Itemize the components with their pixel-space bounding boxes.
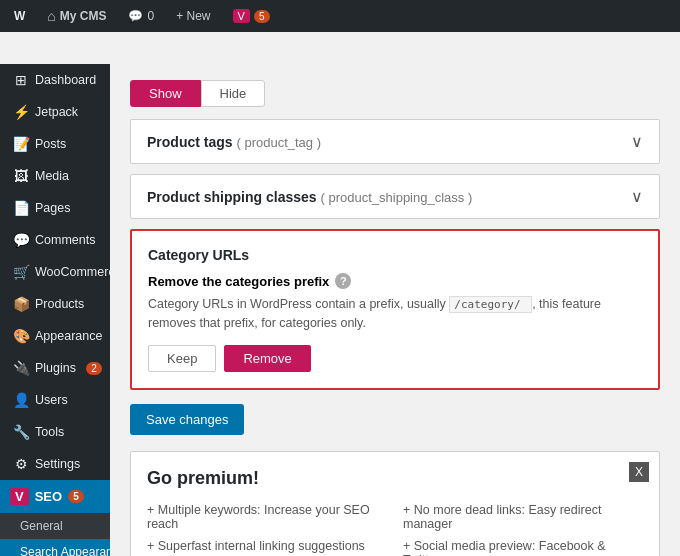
main-content: Show Hide Product tags ( product_tag ) ∨… <box>110 64 680 556</box>
hide-button[interactable]: Hide <box>201 80 266 107</box>
plugins-icon: 🔌 <box>13 360 29 376</box>
category-urls-title: Category URLs <box>148 247 642 263</box>
seo-header[interactable]: V SEO 5 <box>0 480 110 513</box>
comment-count-item[interactable]: 💬 0 <box>122 0 160 32</box>
appearance-icon: 🎨 <box>13 328 29 344</box>
comments-icon: 💬 <box>13 232 29 248</box>
sidebar-label-dashboard: Dashboard <box>35 73 96 87</box>
site-name: My CMS <box>60 9 107 23</box>
sidebar-item-pages[interactable]: 📄 Pages <box>0 192 110 224</box>
admin-bar: W ⌂ My CMS 💬 0 + New V 5 <box>0 0 680 32</box>
site-name-item[interactable]: ⌂ My CMS <box>41 0 112 32</box>
product-shipping-chevron: ∨ <box>631 187 643 206</box>
premium-box: Go premium! X Multiple keywords: Increas… <box>130 451 660 557</box>
category-description: Category URLs in WordPress contain a pre… <box>148 295 642 333</box>
product-tags-subtitle: ( product_tag ) <box>236 135 321 150</box>
premium-feature-5: Social media preview: Facebook & Twitter <box>403 537 643 557</box>
category-code: /category/ <box>449 296 532 313</box>
tools-icon: 🔧 <box>13 424 29 440</box>
premium-feature-2: Superfast internal linking suggestions <box>147 537 387 557</box>
seo-badge: 5 <box>68 490 84 503</box>
seo-logo: V <box>10 488 29 505</box>
sidebar-item-seo-search-appearance[interactable]: Search Appearance <box>0 539 110 556</box>
pages-icon: 📄 <box>13 200 29 216</box>
sidebar-label-tools: Tools <box>35 425 64 439</box>
premium-feature-4: No more dead links: Easy redirect manage… <box>403 501 643 533</box>
category-urls-box: Category URLs Remove the categories pref… <box>130 229 660 390</box>
sidebar-item-plugins[interactable]: 🔌 Plugins 2 <box>0 352 110 384</box>
premium-title: Go premium! <box>147 468 643 489</box>
wp-logo[interactable]: W <box>8 0 31 32</box>
sidebar-item-settings[interactable]: ⚙ Settings <box>0 448 110 480</box>
product-tags-header[interactable]: Product tags ( product_tag ) ∨ <box>131 120 659 163</box>
product-tags-accordion: Product tags ( product_tag ) ∨ <box>130 119 660 164</box>
plugin-badge-item[interactable]: V 5 <box>227 0 276 32</box>
premium-features-list: Multiple keywords: Increase your SEO rea… <box>147 501 643 557</box>
sidebar-label-settings: Settings <box>35 457 80 471</box>
seo-label: SEO <box>35 489 62 504</box>
sidebar-label-comments: Comments <box>35 233 95 247</box>
field-label-text: Remove the categories prefix <box>148 274 329 289</box>
sidebar-item-jetpack[interactable]: ⚡ Jetpack <box>0 96 110 128</box>
new-label: + New <box>176 9 210 23</box>
sidebar-label-plugins: Plugins <box>35 361 76 375</box>
dashboard-icon: ⊞ <box>13 72 29 88</box>
sidebar-label-jetpack: Jetpack <box>35 105 78 119</box>
sidebar: ⊞ Dashboard ⚡ Jetpack 📝 Posts 🖼 Media 📄 … <box>0 64 110 556</box>
product-tags-chevron: ∨ <box>631 132 643 151</box>
plugin-update-count: 5 <box>254 10 270 23</box>
sidebar-label-media: Media <box>35 169 69 183</box>
product-shipping-title: Product shipping classes ( product_shipp… <box>147 189 472 205</box>
sidebar-item-products[interactable]: 📦 Products <box>0 288 110 320</box>
comment-icon: 💬 <box>128 9 143 23</box>
new-item[interactable]: + New <box>170 0 216 32</box>
product-shipping-subtitle: ( product_shipping_class ) <box>321 190 473 205</box>
sidebar-label-posts: Posts <box>35 137 66 151</box>
users-icon: 👤 <box>13 392 29 408</box>
field-label-prefix: Remove the categories prefix ? <box>148 273 642 289</box>
seo-submenu: General Search Appearance Search Console… <box>0 513 110 556</box>
jetpack-icon: ⚡ <box>13 104 29 120</box>
sidebar-item-seo-general[interactable]: General <box>0 513 110 539</box>
wp-icon: W <box>14 9 25 23</box>
show-button[interactable]: Show <box>130 80 201 107</box>
posts-icon: 📝 <box>13 136 29 152</box>
sidebar-item-tools[interactable]: 🔧 Tools <box>0 416 110 448</box>
sidebar-item-appearance[interactable]: 🎨 Appearance <box>0 320 110 352</box>
woocommerce-icon: 🛒 <box>13 264 29 280</box>
premium-feature-1: Multiple keywords: Increase your SEO rea… <box>147 501 387 533</box>
settings-icon: ⚙ <box>13 456 29 472</box>
product-tags-title: Product tags ( product_tag ) <box>147 134 321 150</box>
keep-button[interactable]: Keep <box>148 345 216 372</box>
products-icon: 📦 <box>13 296 29 312</box>
plugins-badge: 2 <box>86 362 102 375</box>
sidebar-label-appearance: Appearance <box>35 329 102 343</box>
plugin-badge: V <box>233 9 250 23</box>
sidebar-item-dashboard[interactable]: ⊞ Dashboard <box>0 64 110 96</box>
sidebar-item-media[interactable]: 🖼 Media <box>0 160 110 192</box>
comment-count: 0 <box>147 9 154 23</box>
sidebar-label-woocommerce: WooCommerce <box>35 265 110 279</box>
sidebar-label-products: Products <box>35 297 84 311</box>
sidebar-label-pages: Pages <box>35 201 70 215</box>
home-icon: ⌂ <box>47 8 55 24</box>
desc-part1: Category URLs in WordPress contain a pre… <box>148 297 446 311</box>
show-hide-toggle: Show Hide <box>130 80 660 107</box>
close-premium-button[interactable]: X <box>629 462 649 482</box>
seo-search-appearance-label: Search Appearance <box>20 545 110 556</box>
help-icon[interactable]: ? <box>335 273 351 289</box>
sidebar-item-woocommerce[interactable]: 🛒 WooCommerce <box>0 256 110 288</box>
product-shipping-accordion: Product shipping classes ( product_shipp… <box>130 174 660 219</box>
sidebar-label-users: Users <box>35 393 68 407</box>
sidebar-item-posts[interactable]: 📝 Posts <box>0 128 110 160</box>
sidebar-item-users[interactable]: 👤 Users <box>0 384 110 416</box>
save-changes-button[interactable]: Save changes <box>130 404 244 435</box>
radio-options: Keep Remove <box>148 345 642 372</box>
product-shipping-header[interactable]: Product shipping classes ( product_shipp… <box>131 175 659 218</box>
seo-general-label: General <box>20 519 63 533</box>
remove-button[interactable]: Remove <box>224 345 310 372</box>
media-icon: 🖼 <box>13 168 29 184</box>
sidebar-item-comments[interactable]: 💬 Comments <box>0 224 110 256</box>
